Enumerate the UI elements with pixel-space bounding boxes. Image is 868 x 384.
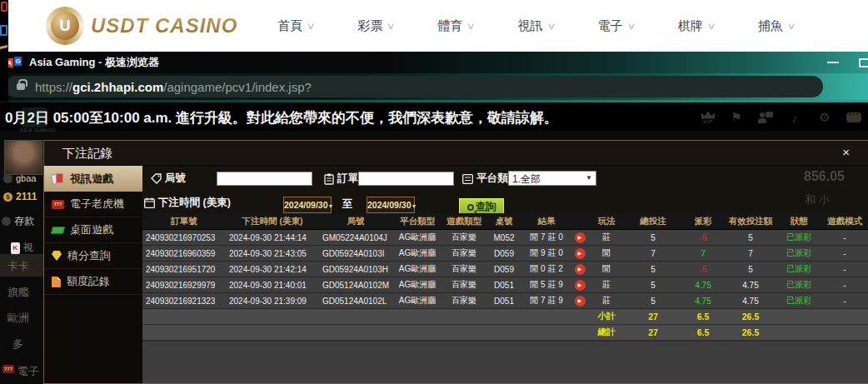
list-icon [462, 174, 473, 184]
replay-button[interactable]: ▶ [575, 232, 586, 243]
total-payout: 6.5 [682, 327, 724, 337]
nav-label: 電子 [598, 18, 623, 34]
cell-game-mode: - [821, 249, 868, 258]
sidebar-item-live-games[interactable]: 視訊遊戲 [44, 166, 142, 192]
sidebar-label: 桌面遊戲 [70, 222, 113, 237]
cards-icon [52, 172, 64, 185]
platform-select[interactable]: 1.全部 [508, 171, 596, 186]
cell-order: 240930216970253 [142, 233, 226, 242]
cell-result: 閒 0 莊 2 [522, 263, 571, 275]
avatar [4, 140, 42, 175]
replay-button[interactable]: ▶ [575, 248, 586, 259]
close-icon[interactable]: × [842, 145, 850, 159]
nav-item-poker[interactable]: 棋牌∨ [678, 18, 715, 34]
window-title: Asia Gaming - 极速浏览器 [29, 55, 159, 70]
deposit-row: 存款 [2, 214, 34, 228]
chevron-down-icon: ∨ [307, 21, 316, 32]
vip-icon[interactable]: VIP [701, 112, 715, 124]
sidebar-item-credit-records[interactable]: 額度記錄 [44, 269, 142, 295]
chevron-down-icon: ∨ [466, 21, 476, 32]
nav-item-home[interactable]: 首頁∨ [277, 18, 314, 34]
dropdown-arrow-icon: ▼ [412, 203, 417, 209]
music-icon[interactable]: ♪ [786, 111, 803, 125]
cell-bet-type: 閒 [589, 263, 624, 275]
maintenance-notice: 0月2日 05:00至10:00 a.m. 進行升級。對此給您帶來的不便，我們深… [5, 108, 558, 127]
col-round: 局號 [319, 216, 392, 227]
flag-icon[interactable]: ⚑ [728, 110, 745, 125]
date-from-picker[interactable]: 2024/09/30▼ [283, 197, 332, 213]
window-controls [827, 52, 865, 73]
cell-game-type: 百家樂 [442, 279, 486, 291]
round-input[interactable] [217, 172, 312, 186]
replay-button[interactable]: ▶ [575, 296, 586, 307]
cell-result: 閒 7 莊 9 [522, 295, 571, 307]
replay-button[interactable]: ▶ [575, 264, 586, 275]
subtotal-total-bet: 27 [624, 312, 682, 322]
nav-label: 彩票 [357, 18, 382, 34]
table-row: 240930216951720 2024-09-30 21:42:14 GD05… [142, 262, 868, 277]
cell-status: 已派彩 [777, 295, 821, 307]
browser-titlebar[interactable]: A G Asia Gaming - 极速浏览器 [0, 52, 868, 73]
bet-time-label: 下注時間 (美東) [144, 196, 231, 210]
nav-item-slots[interactable]: 電子∨ [598, 18, 635, 34]
sidebar-label: 積分查詢 [67, 248, 111, 263]
sidebar-label: 視訊遊戲 [70, 172, 113, 187]
maximize-button[interactable] [859, 58, 868, 67]
chat-icon[interactable] [846, 112, 861, 122]
cell-table: D051 [486, 281, 522, 290]
col-order: 訂單號 [142, 216, 226, 227]
nav-item-sports[interactable]: 體育∨ [437, 18, 474, 34]
cell-order: 240930216929979 [142, 281, 226, 290]
bet-records-modal: 下注記錄 × 視訊遊戲 777 電子老虎機 桌面遊戲 積分查詢 [43, 140, 868, 384]
date-to-value: 2024/09/30 [367, 200, 412, 210]
cell-time: 2024-09-30 21:42:14 [226, 265, 319, 274]
nav-label: 視訊 [518, 18, 543, 34]
diamond-icon [52, 251, 62, 261]
blue-window-icon[interactable] [0, 25, 7, 36]
table-header-row: 訂單號 下注時間 (美東) 局號 平台類型 遊戲類型 桌號 結果 玩法 總投注 … [142, 213, 868, 230]
balance-row: $2111 [3, 191, 37, 202]
order-input[interactable] [358, 172, 454, 186]
nav-item-fishing[interactable]: 捕魚∨ [758, 18, 795, 34]
brand-logo[interactable]: U USDT CASINO [46, 7, 237, 45]
date-to-picker[interactable]: 2024/09/30▼ [367, 197, 415, 213]
customer-service-icon[interactable] [758, 112, 773, 123]
replay-button[interactable]: ▶ [575, 280, 586, 291]
gear-icon[interactable]: ⚙ [816, 110, 833, 125]
table-row: 240930216960359 2024-09-30 21:43:05 GD05… [142, 246, 868, 262]
card-icon: K [11, 242, 20, 254]
url-text: https://gci.2hhapi.com/agingame/pcv1/ind… [35, 80, 312, 94]
sidebar-item-points-query[interactable]: 積分查詢 [44, 243, 142, 269]
video-label: 視 [23, 241, 33, 255]
lobby-tab-europe: 歐洲 [7, 311, 29, 326]
address-bar[interactable]: https://gci.2hhapi.com/agingame/pcv1/ind… [5, 76, 823, 97]
red-window-icon[interactable] [1, 2, 7, 12]
chevron-down-icon: ∨ [626, 21, 636, 32]
to-label: 至 [342, 197, 353, 212]
subtotal-valid-bet: 26.5 [724, 312, 777, 322]
desktop-edge-strip [0, 0, 8, 102]
sidebar-item-table-games[interactable]: 桌面遊戲 [44, 217, 142, 243]
nav-item-live[interactable]: 視訊∨ [518, 18, 555, 34]
cell-result: 閒 9 莊 0 [522, 247, 571, 259]
nav-item-lottery[interactable]: 彩票∨ [357, 18, 394, 34]
lobby-tab-multi: 多 [12, 337, 23, 352]
site-nav: U USDT CASINO 首頁∨ 彩票∨ 體育∨ 視訊∨ 電子∨ 棋牌∨ 捕魚… [8, 0, 868, 52]
ag-watermark-label: ASIA GAMING [20, 127, 57, 132]
user-icon [3, 174, 12, 183]
to-label-text: 至 [342, 197, 353, 212]
sidebar-item-slot-machines[interactable]: 777 電子老虎機 [44, 192, 142, 217]
round-label: 局號 [151, 172, 186, 186]
ghost-odds-value: 856.05 [804, 169, 845, 184]
chevron-down-icon: ∨ [387, 21, 396, 32]
modal-sidebar: 視訊遊戲 777 電子老虎機 桌面遊戲 積分查詢 額度記錄 [44, 166, 142, 383]
col-total-bet: 總投注 [624, 216, 682, 227]
money-icon [51, 227, 65, 234]
cell-status: 已派彩 [777, 279, 821, 291]
total-total-bet: 27 [624, 327, 682, 337]
cell-valid-bet: 5 [724, 233, 777, 242]
cell-valid-bet: 7 [724, 249, 777, 258]
minimize-button[interactable] [827, 62, 839, 63]
table-empty-area [142, 341, 868, 383]
col-status: 狀態 [777, 216, 821, 227]
